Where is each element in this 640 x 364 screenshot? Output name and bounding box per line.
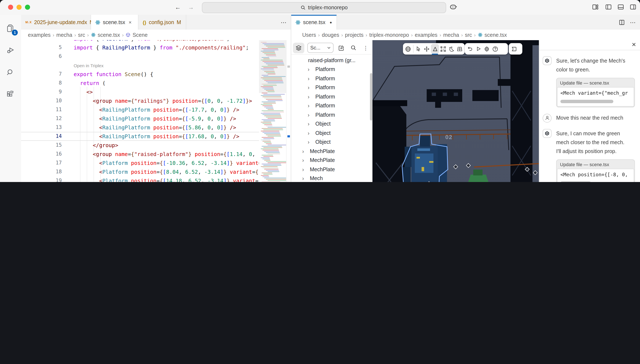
- scene-tree: raised-platform (gr...›Platform›Platform…: [291, 54, 372, 182]
- tree-item-object[interactable]: ›Object: [291, 138, 370, 147]
- code-editor[interactable]: 4import { Platform } from "./components/…: [21, 40, 291, 182]
- feedback-flag-icon[interactable]: [510, 44, 518, 54]
- tab-label: scene.tsx: [103, 19, 125, 25]
- back-icon[interactable]: ←: [173, 4, 182, 11]
- chevron-right-icon[interactable]: ›: [302, 166, 304, 173]
- tree-item-platform[interactable]: ›Platform: [291, 83, 370, 92]
- toggle-primary-sidebar-icon[interactable]: [605, 4, 612, 10]
- update-file-card[interactable]: Update file — scene.tsx<Mech position={[…: [556, 159, 635, 182]
- more-actions-icon[interactable]: ⋯: [630, 19, 636, 26]
- split-editor-icon[interactable]: [619, 19, 625, 25]
- code-line: 4import { Platform } from "./components/…: [21, 40, 291, 43]
- chevron-right-icon[interactable]: ›: [302, 157, 304, 164]
- code-line: 7export function Scene() {: [21, 70, 291, 78]
- move-tool-icon[interactable]: [422, 44, 431, 54]
- message-text: Sure, let's change the Mech'scolor to gr…: [556, 56, 625, 74]
- chevron-right-icon[interactable]: ›: [308, 130, 309, 136]
- breadcrumb-left[interactable]: examples› mecha› src› scene.tsx› Scene: [21, 30, 291, 40]
- sidebar-item-search[interactable]: [0, 63, 21, 82]
- customize-layout-icon[interactable]: [592, 4, 598, 10]
- globe-icon[interactable]: [404, 44, 412, 54]
- tree-item-platform[interactable]: ›Platform: [291, 65, 370, 74]
- code-line: 13 <RailingPlatform position={[5.86, 0, …: [21, 123, 291, 132]
- tree-item-platform[interactable]: ›Platform: [291, 110, 370, 120]
- chevron-right-icon[interactable]: ›: [308, 84, 309, 91]
- edit-scene-icon[interactable]: [336, 44, 346, 51]
- forward-icon[interactable]: →: [187, 4, 195, 11]
- triplex-scene-panel: Sc... ⋮ raised-platform (gr...›Platform›…: [291, 40, 372, 182]
- copilot-icon[interactable]: [450, 4, 457, 10]
- chevron-right-icon[interactable]: ›: [308, 75, 309, 82]
- sidebar-item-extensions[interactable]: [0, 85, 21, 104]
- card-title: Update file — scene.tsx: [557, 78, 634, 87]
- minimap[interactable]: [259, 40, 286, 182]
- card-scrollbar[interactable]: [560, 100, 613, 103]
- react-file-icon: [478, 32, 482, 37]
- tab-scene-tsx[interactable]: scene.tsx ×: [91, 15, 138, 30]
- tree-item-mechplate[interactable]: ›MechPlate: [291, 165, 370, 174]
- chevron-right-icon[interactable]: ›: [308, 102, 309, 109]
- tab-config-json[interactable]: {} config.json M: [138, 15, 186, 30]
- sidebar-item-run-debug[interactable]: [0, 41, 21, 60]
- scene-selector[interactable]: Sc...: [307, 43, 334, 53]
- marquee-select-icon[interactable]: s: [439, 44, 448, 54]
- tab-scene-tsx-right[interactable]: scene.tsx ●: [291, 15, 337, 30]
- layers-button[interactable]: [293, 42, 304, 53]
- dirty-indicator[interactable]: ●: [330, 20, 332, 24]
- zoom-window-button[interactable]: [25, 5, 30, 10]
- search-scene-icon[interactable]: [349, 45, 358, 51]
- tree-item-platform[interactable]: ›Platform: [291, 74, 370, 83]
- code-line: 17 <Platform position={[-10.36, 6.52, -3…: [21, 158, 291, 167]
- minimap-rows: [259, 40, 286, 182]
- tree-item-mechplate[interactable]: ›MechPlate: [291, 156, 370, 165]
- code-line: 10 <group name={"railings"} position={[0…: [21, 96, 291, 105]
- breadcrumb-right[interactable]: Users› douges› projects› triplex-monorep…: [291, 30, 640, 40]
- tab-bar-right: scene.tsx ● ⋯: [291, 15, 640, 30]
- message-text: Move this near the red mech: [556, 114, 623, 122]
- minimize-window-button[interactable]: [17, 5, 22, 10]
- chat-message-assistant: Sure, I can move the greenmech closer to…: [539, 129, 640, 156]
- close-tab-icon[interactable]: ×: [129, 19, 132, 25]
- settings-icon[interactable]: [483, 44, 491, 54]
- chevron-right-icon[interactable]: ›: [302, 148, 304, 154]
- chevron-right-icon[interactable]: ›: [308, 121, 309, 127]
- tree-item-object[interactable]: ›Object: [291, 128, 370, 138]
- chevron-right-icon[interactable]: ›: [308, 112, 309, 118]
- close-chat-icon[interactable]: ✕: [631, 42, 636, 48]
- tree-item-object[interactable]: ›Object: [291, 120, 370, 128]
- toggle-secondary-sidebar-icon[interactable]: [630, 4, 636, 10]
- update-file-card[interactable]: Update file — scene.tsx<Mech variant={"m…: [556, 78, 635, 107]
- scene-selector-value: Sc...: [310, 45, 320, 51]
- tab-2025-june-update[interactable]: M↓X 2025-june-update.mdx M: [21, 15, 91, 30]
- tree-item-platform[interactable]: ›Platform: [291, 101, 370, 110]
- command-center-search[interactable]: triplex-monorepo: [202, 2, 446, 13]
- help-icon[interactable]: [491, 44, 500, 54]
- tree-item-raised-platform--gr---[interactable]: raised-platform (gr...: [291, 56, 370, 65]
- play-icon[interactable]: [474, 44, 483, 54]
- grid-view-icon[interactable]: [456, 44, 464, 54]
- transform-tool-icon[interactable]: [431, 44, 439, 54]
- viewport-canvas[interactable]: Y X Z 02: [372, 40, 539, 182]
- sidebar-item-explorer[interactable]: 1: [0, 19, 21, 38]
- tree-item-label: MechPlate: [310, 166, 335, 172]
- chevron-right-icon[interactable]: ›: [308, 139, 309, 146]
- chevron-right-icon[interactable]: ›: [308, 94, 309, 100]
- tree-item-platform[interactable]: ›Platform: [291, 92, 370, 101]
- tree-item-mechplate[interactable]: ›MechPlate: [291, 147, 370, 156]
- kebab-menu-icon[interactable]: ⋮: [361, 44, 370, 51]
- chat-message-assistant: Sure, let's change the Mech'scolor to gr…: [539, 56, 640, 74]
- chevron-right-icon[interactable]: ›: [308, 66, 309, 73]
- more-actions-icon[interactable]: ⋯: [281, 19, 287, 26]
- scene-render: Y X Z: [372, 40, 539, 182]
- toggle-panel-icon[interactable]: [617, 4, 624, 10]
- code-line: 8 return (: [21, 78, 291, 87]
- night-mode-icon[interactable]: [448, 44, 456, 54]
- chevron-right-icon[interactable]: ›: [302, 175, 304, 182]
- select-tool-icon[interactable]: [414, 44, 422, 54]
- close-window-button[interactable]: [8, 5, 13, 10]
- card-scrollbar[interactable]: [560, 181, 591, 182]
- undo-icon[interactable]: [466, 44, 474, 54]
- tree-scrollbar[interactable]: [370, 73, 372, 120]
- tree-item-mech[interactable]: ›Mech: [291, 174, 370, 182]
- code-lens-row[interactable]: Open in Triplex: [21, 61, 291, 70]
